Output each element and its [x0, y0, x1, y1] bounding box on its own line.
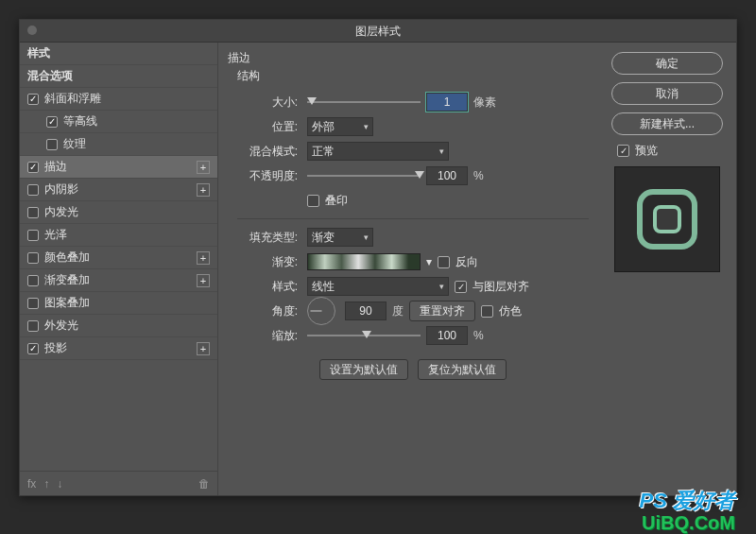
plus-icon[interactable]: +: [197, 274, 210, 287]
fill-label: 填充类型:: [237, 230, 298, 246]
sidebar-header-styles[interactable]: 样式: [20, 43, 217, 65]
fx-icon[interactable]: fx: [27, 477, 36, 491]
style-checkbox[interactable]: [27, 320, 39, 332]
overprint-checkbox[interactable]: [307, 195, 319, 207]
chevron-down-icon: ▾: [364, 122, 369, 131]
style-label: 内发光: [44, 204, 78, 220]
cancel-button[interactable]: 取消: [611, 82, 723, 105]
angle-label: 角度:: [237, 303, 298, 319]
style-item-11[interactable]: 投影+: [20, 337, 217, 360]
dialog-titlebar: 图层样式: [20, 20, 736, 43]
style-item-1[interactable]: 等高线: [20, 111, 217, 133]
chevron-down-icon: ▾: [364, 233, 369, 242]
ok-button[interactable]: 确定: [611, 52, 723, 75]
size-slider[interactable]: [307, 96, 421, 108]
style-checkbox[interactable]: [27, 162, 39, 173]
style-item-2[interactable]: 纹理: [20, 133, 217, 156]
style-dropdown[interactable]: 线性▾: [307, 277, 449, 296]
style-label: 投影: [44, 340, 67, 356]
style-checkbox[interactable]: [27, 207, 39, 218]
style-label: 光泽: [44, 227, 67, 243]
align-label: 与图层对齐: [472, 279, 529, 295]
style-label: 样式:: [237, 279, 298, 295]
style-item-6[interactable]: 光泽: [20, 224, 217, 247]
style-checkbox[interactable]: [27, 252, 39, 264]
svg-rect-1: [655, 207, 679, 232]
preview-label: 预览: [635, 143, 658, 159]
style-label: 渐变叠加: [44, 272, 90, 288]
gradient-picker[interactable]: [307, 253, 421, 270]
right-panel: 确定 取消 新建样式... 预览: [604, 43, 736, 495]
sidebar-header-blend[interactable]: 混合选项: [20, 65, 217, 88]
plus-icon[interactable]: +: [197, 183, 210, 197]
watermark-url: UiBQ.CoM: [642, 512, 735, 534]
blend-dropdown[interactable]: 正常▾: [307, 142, 449, 161]
style-item-3[interactable]: 描边+: [20, 156, 217, 179]
reset-align-button[interactable]: 重置对齐: [409, 301, 475, 321]
chevron-down-icon: ▾: [439, 282, 444, 291]
style-checkbox[interactable]: [27, 184, 39, 196]
style-item-4[interactable]: 内阴影+: [20, 179, 217, 201]
new-style-button[interactable]: 新建样式...: [611, 112, 723, 135]
style-label: 内阴影: [44, 181, 78, 198]
position-dropdown[interactable]: 外部▾: [307, 117, 373, 136]
scale-label: 缩放:: [237, 328, 298, 344]
style-item-0[interactable]: 斜面和浮雕: [20, 88, 217, 111]
angle-input[interactable]: 90: [345, 301, 387, 320]
style-label: 斜面和浮雕: [44, 91, 101, 107]
style-item-9[interactable]: 图案叠加: [20, 292, 217, 315]
dialog-title: 图层样式: [355, 25, 401, 38]
angle-dial[interactable]: [307, 297, 335, 325]
scale-input[interactable]: 100: [426, 326, 468, 345]
style-label: 颜色叠加: [44, 250, 90, 266]
plus-icon[interactable]: +: [197, 342, 210, 355]
reset-default-button[interactable]: 复位为默认值: [418, 359, 507, 380]
style-item-5[interactable]: 内发光: [20, 201, 217, 224]
section-subtitle: 结构: [237, 68, 589, 84]
scale-unit: %: [473, 329, 484, 342]
scale-slider[interactable]: [307, 330, 421, 341]
sidebar-footer: fx ↑ ↓ 🗑: [20, 471, 217, 495]
blend-label: 混合模式:: [237, 144, 298, 160]
style-label: 纹理: [63, 136, 86, 152]
style-item-7[interactable]: 颜色叠加+: [20, 247, 217, 269]
trash-icon[interactable]: 🗑: [198, 477, 210, 491]
opacity-slider[interactable]: [307, 170, 421, 181]
size-label: 大小:: [237, 95, 298, 111]
watermark-text: PS 爱好者: [640, 487, 735, 515]
style-label: 图案叠加: [44, 295, 90, 311]
opacity-input[interactable]: 100: [426, 166, 468, 185]
arrow-up-icon[interactable]: ↑: [43, 477, 49, 491]
style-checkbox[interactable]: [46, 116, 58, 128]
overprint-label: 叠印: [325, 193, 348, 209]
style-checkbox[interactable]: [27, 298, 39, 309]
style-item-10[interactable]: 外发光: [20, 315, 217, 337]
layer-style-dialog: 图层样式 样式 混合选项 斜面和浮雕等高线纹理描边+内阴影+内发光光泽颜色叠加+…: [19, 19, 737, 496]
chevron-down-icon: ▾: [439, 146, 444, 156]
plus-icon[interactable]: +: [197, 251, 210, 265]
style-label: 等高线: [63, 113, 97, 129]
styles-sidebar: 样式 混合选项 斜面和浮雕等高线纹理描边+内阴影+内发光光泽颜色叠加+渐变叠加+…: [20, 43, 218, 495]
plus-icon[interactable]: +: [197, 161, 210, 174]
style-checkbox[interactable]: [27, 275, 39, 286]
fill-dropdown[interactable]: 渐变▾: [307, 228, 373, 247]
style-checkbox[interactable]: [46, 139, 58, 150]
reverse-label: 反向: [455, 254, 478, 270]
set-default-button[interactable]: 设置为默认值: [319, 359, 408, 380]
style-checkbox[interactable]: [27, 343, 39, 354]
arrow-down-icon[interactable]: ↓: [57, 477, 62, 491]
position-label: 位置:: [237, 119, 298, 135]
section-title: 描边: [228, 50, 589, 66]
opacity-unit: %: [473, 169, 484, 182]
preview-checkbox[interactable]: [617, 145, 629, 157]
chevron-down-icon[interactable]: ▾: [426, 255, 432, 268]
angle-unit: 度: [392, 303, 404, 319]
style-item-8[interactable]: 渐变叠加+: [20, 269, 217, 292]
dither-checkbox[interactable]: [481, 305, 493, 318]
size-input[interactable]: 1: [426, 93, 468, 112]
style-checkbox[interactable]: [27, 94, 39, 105]
reverse-checkbox[interactable]: [438, 256, 450, 268]
align-checkbox[interactable]: [455, 281, 467, 293]
style-checkbox[interactable]: [27, 230, 39, 241]
opacity-label: 不透明度:: [237, 168, 298, 184]
